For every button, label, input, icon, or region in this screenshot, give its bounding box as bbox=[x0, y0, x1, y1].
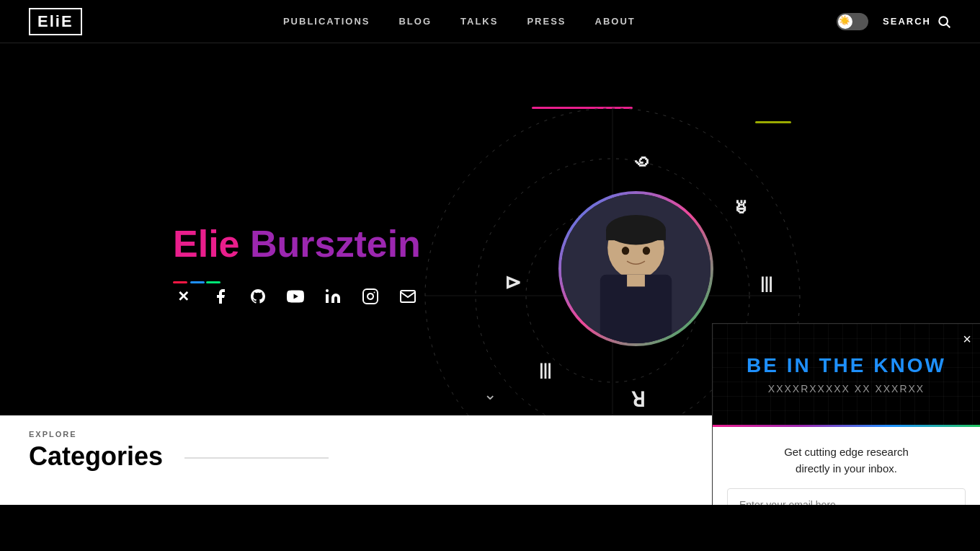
popup-close-button[interactable]: × bbox=[963, 331, 971, 348]
nav-about[interactable]: ABOUT bbox=[595, 16, 636, 27]
popup-description: Get cutting edge research directly in yo… bbox=[727, 444, 966, 477]
svg-point-9 bbox=[606, 215, 666, 244]
search-button[interactable]: SEARCH bbox=[883, 14, 951, 29]
search-label: SEARCH bbox=[883, 16, 931, 27]
deco-symbol-6: ꓤ bbox=[631, 388, 645, 412]
popup-body: Get cutting edge research directly in yo… bbox=[713, 427, 980, 505]
profile-image bbox=[561, 194, 710, 343]
main-nav: PUBLICATIONS BLOG TALKS PRESS ABOUT bbox=[283, 16, 636, 27]
scroll-down-chevron[interactable]: ⌄ bbox=[484, 385, 496, 404]
hero-name-first: Elie bbox=[173, 223, 240, 265]
header-right: ☀️ SEARCH bbox=[837, 13, 951, 30]
nav-publications[interactable]: PUBLICATIONS bbox=[283, 16, 370, 27]
deco-symbol-4: ꔖ bbox=[760, 274, 772, 298]
hero-section: ꩜ ꑦ ⊳ ꔖ ꔖ ꓤ Elie Bursztein ✕ bbox=[0, 43, 980, 505]
logo[interactable]: EliE bbox=[29, 8, 82, 35]
nav-press[interactable]: PRESS bbox=[527, 16, 566, 27]
deco-symbol-5: ꔖ bbox=[539, 361, 551, 384]
social-icons: ✕ bbox=[173, 286, 421, 307]
theme-toggle[interactable]: ☀️ bbox=[837, 13, 868, 30]
newsletter-popup: × BE IN THE KNOW XXXXRXXXXX XX XXXRXX Ge… bbox=[712, 323, 980, 505]
svg-rect-12 bbox=[627, 275, 645, 287]
deco-symbol-3: ⊳ bbox=[504, 270, 521, 294]
social-linkedin[interactable] bbox=[323, 286, 343, 307]
social-github[interactable] bbox=[248, 286, 268, 307]
social-twitter[interactable]: ✕ bbox=[173, 286, 193, 307]
deco-symbol-1: ꩜ bbox=[633, 150, 653, 174]
hero-name-last: Bursztein bbox=[250, 223, 421, 265]
popup-subtitle: XXXXRXXXXX XX XXXRXX bbox=[768, 383, 925, 394]
profile-picture bbox=[558, 191, 713, 346]
svg-point-17 bbox=[374, 292, 375, 294]
header: EliE PUBLICATIONS BLOG TALKS PRESS ABOUT… bbox=[0, 0, 980, 43]
hero-content: Elie Bursztein ✕ bbox=[173, 224, 421, 307]
email-input[interactable] bbox=[727, 488, 966, 505]
nav-talks[interactable]: TALKS bbox=[460, 16, 498, 27]
deco-symbol-2: ꑦ bbox=[731, 195, 752, 219]
popup-header: × BE IN THE KNOW XXXXRXXXXX XX XXXRXX bbox=[713, 324, 980, 425]
svg-point-15 bbox=[326, 289, 329, 292]
svg-point-0 bbox=[939, 17, 948, 25]
svg-rect-10 bbox=[606, 230, 666, 240]
hero-name: Elie Bursztein bbox=[173, 224, 421, 265]
social-facebook[interactable] bbox=[210, 286, 231, 307]
social-instagram[interactable] bbox=[360, 286, 380, 307]
nav-blog[interactable]: BLOG bbox=[398, 16, 432, 27]
popup-title: BE IN THE KNOW bbox=[747, 354, 946, 377]
svg-line-1 bbox=[947, 24, 950, 27]
svg-point-14 bbox=[643, 247, 650, 255]
categories-divider bbox=[184, 457, 329, 459]
social-youtube[interactable] bbox=[285, 286, 306, 307]
svg-point-13 bbox=[622, 247, 629, 255]
social-email[interactable] bbox=[398, 286, 418, 307]
svg-rect-16 bbox=[363, 289, 378, 304]
search-icon bbox=[937, 14, 951, 29]
